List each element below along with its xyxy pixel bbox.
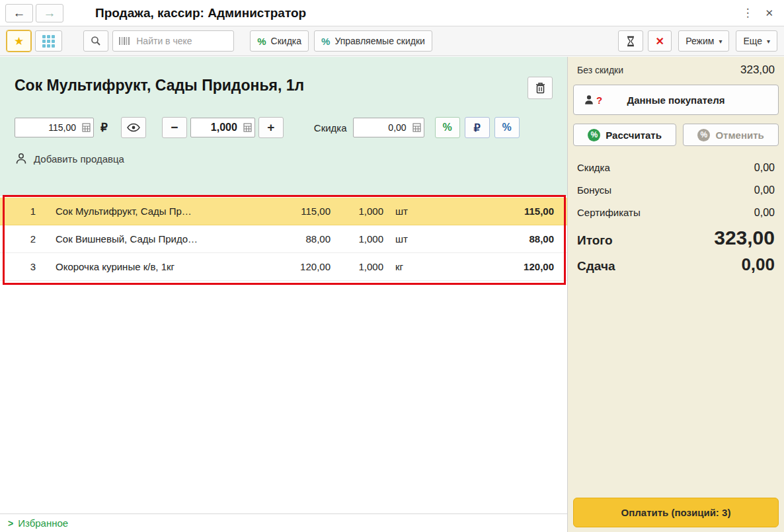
star-icon: ★ (14, 34, 24, 48)
menu-dots-icon[interactable]: ⋮ (742, 6, 753, 20)
chevron-down-icon: ▾ (719, 38, 722, 45)
barcode-icon (118, 36, 132, 46)
item-price: 120,00 (264, 261, 331, 272)
row-number: 1 (5, 206, 40, 217)
discount-label: Скидка (314, 122, 347, 133)
cancel-discounts-button[interactable]: % Отменить (683, 124, 779, 146)
cancel-label: Отменить (715, 130, 764, 141)
mode-label: Режим (686, 36, 714, 46)
change-row: Сдача 0,00 (573, 249, 779, 280)
find-in-receipt-field[interactable] (112, 30, 234, 52)
item-name: Сок Мультифрукт, Сады Пр… (56, 206, 264, 217)
discount-field (353, 118, 424, 137)
item-unit: шт (383, 206, 430, 217)
no-discount-label: Без скидки (577, 65, 623, 75)
more-button[interactable]: Еще ▾ (736, 30, 777, 52)
managed-discounts-label: Управляемые скидки (334, 36, 425, 46)
item-qty: 1,000 (331, 206, 383, 217)
totals-sidebar: Без скидки 323,00 ? Данные покупателя % … (567, 57, 784, 532)
calculate-discounts-button[interactable]: % Рассчитать (573, 124, 676, 146)
nav-group: ← → (5, 4, 63, 22)
eye-icon (127, 123, 140, 132)
question-icon: ? (596, 95, 602, 106)
plus-icon: + (267, 120, 274, 135)
calculator-icon[interactable] (243, 123, 252, 132)
pay-button-label: Оплатить (позиций: 3) (621, 507, 731, 518)
search-input[interactable] (136, 36, 228, 46)
catalog-grid-button[interactable] (35, 30, 62, 52)
managed-discount-percent-button[interactable]: % (494, 117, 520, 138)
minus-icon: − (171, 120, 178, 135)
search-button[interactable] (83, 30, 108, 52)
current-item-panel: Сок Мультифрукт, Сады Придонья, 1л ₽ (0, 57, 567, 196)
add-seller-button[interactable]: Добавить продавца (15, 152, 124, 165)
trash-icon (534, 81, 547, 95)
favorites-label: Избранное (18, 517, 68, 529)
favorites-button[interactable]: ★ (7, 30, 31, 52)
grid-icon (42, 35, 55, 48)
percent-icon: % (257, 36, 266, 47)
total-label: Итого (577, 233, 613, 248)
total-value: 323,00 (714, 227, 775, 249)
discount-percent-button[interactable]: % (435, 117, 460, 138)
percent-circle-icon: % (588, 129, 600, 141)
percent-icon: % (321, 36, 330, 47)
total-row: Итого 323,00 (573, 224, 779, 249)
back-button[interactable]: ← (5, 4, 33, 22)
percent-icon: % (502, 122, 511, 133)
summary-value: 0,00 (754, 207, 775, 219)
receipt-area: Сок Мультифрукт, Сады Придонья, 1л ₽ (0, 57, 567, 532)
item-name: Окорочка куриные к/в, 1кг (56, 261, 264, 272)
forward-icon: → (44, 6, 56, 20)
summary-row: Скидка 0,00 (573, 157, 779, 179)
price-field (15, 118, 94, 137)
mode-button[interactable]: Режим ▾ (678, 30, 729, 52)
percent-circle-icon: % (697, 129, 710, 141)
discount-button-label: Скидка (271, 36, 301, 46)
item-total: 88,00 (430, 233, 562, 245)
change-label: Сдача (577, 259, 615, 274)
managed-discounts-button[interactable]: % Управляемые скидки (314, 30, 432, 52)
table-row[interactable]: 3 Окорочка куриные к/в, 1кг 120,00 1,000… (0, 253, 567, 281)
increase-qty-button[interactable]: + (258, 117, 284, 138)
customer-data-button[interactable]: ? Данные покупателя (573, 85, 779, 115)
hourglass-button[interactable] (618, 30, 643, 52)
no-discount-value: 323,00 (740, 63, 775, 77)
calculate-label: Рассчитать (606, 130, 662, 141)
view-item-button[interactable] (121, 117, 146, 138)
hourglass-icon (625, 36, 636, 47)
calculator-icon[interactable] (82, 123, 91, 132)
favorites-expander[interactable]: > Избранное (0, 513, 567, 532)
more-label: Еще (743, 36, 762, 46)
customer-data-label: Данные покупателя (627, 95, 725, 106)
close-icon[interactable]: ✕ (765, 7, 773, 19)
forward-button[interactable]: → (36, 4, 63, 22)
discount-ruble-button[interactable]: ₽ (465, 117, 490, 138)
summary-value: 0,00 (754, 184, 775, 196)
delete-item-button[interactable] (528, 77, 553, 99)
summary-value: 0,00 (754, 162, 775, 174)
quantity-field (190, 118, 255, 137)
decrease-qty-button[interactable]: − (162, 117, 187, 138)
table-row[interactable]: 2 Сок Вишневый, Сады Придо… 88,00 1,000 … (0, 225, 567, 253)
summary-label: Сертификаты (577, 207, 641, 218)
item-name: Сок Вишневый, Сады Придо… (56, 233, 264, 245)
change-value: 0,00 (741, 254, 775, 275)
add-seller-label: Добавить продавца (34, 153, 124, 165)
discount-button[interactable]: % Скидка (250, 30, 309, 52)
percent-icon: % (442, 122, 451, 133)
chevron-right-icon: > (8, 518, 13, 529)
table-row[interactable]: 1 Сок Мультифрукт, Сады Пр… 115,00 1,000… (0, 198, 567, 225)
person-icon (15, 152, 28, 165)
item-total: 120,00 (430, 261, 562, 272)
item-price: 115,00 (264, 206, 331, 217)
ruble-symbol: ₽ (100, 121, 108, 135)
back-icon: ← (13, 6, 26, 20)
row-number: 2 (5, 233, 40, 245)
ruble-icon: ₽ (474, 122, 481, 134)
calculator-icon[interactable] (412, 123, 421, 132)
chevron-down-icon: ▾ (767, 38, 770, 45)
cancel-receipt-button[interactable]: ✕ (648, 30, 672, 52)
pay-button[interactable]: Оплатить (позиций: 3) (573, 498, 779, 527)
row-number: 3 (5, 261, 40, 272)
